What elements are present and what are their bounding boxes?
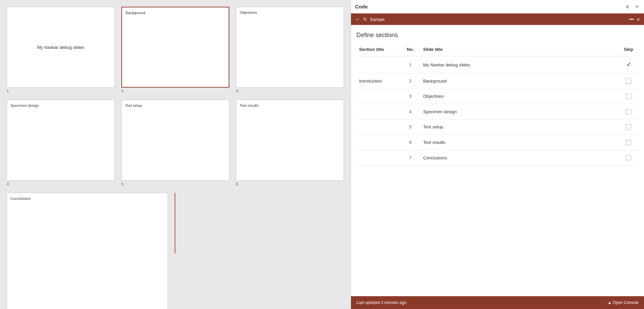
row-7-skip[interactable]: [618, 150, 639, 165]
open-console-button[interactable]: ▲ Open Console: [608, 300, 639, 305]
sections-table: Section title No. Slide title Skip 1 My …: [356, 44, 639, 165]
row-3-section: [356, 89, 400, 104]
slide-3-num: 3: [236, 89, 344, 93]
slide-6-num: 6: [236, 182, 344, 186]
row-6-slide-title: Test results: [420, 135, 618, 150]
collapse-panel-button[interactable]: ∨: [624, 3, 631, 10]
skip-checkbox-4[interactable]: [626, 109, 631, 115]
row-5-slide-title: Test setup: [420, 119, 618, 135]
col-header-no: No.: [400, 44, 420, 56]
row-1-slide-title: My Navbar debug slides: [420, 56, 618, 73]
slide-2-title: Background: [125, 11, 145, 15]
slide-7-title: Conclusions: [10, 196, 31, 200]
code-panel-footer: Last updated 3 minutes ago ▲ Open Consol…: [351, 296, 644, 309]
col-header-skip: Skip: [618, 44, 639, 56]
slide-thumb-6[interactable]: Test results: [236, 100, 344, 181]
row-2-skip[interactable]: [618, 73, 639, 89]
table-row: 4 Specimen design: [356, 104, 639, 120]
check-mark-icon: ✓: [626, 61, 631, 68]
slide-thumb-1[interactable]: My Navbar debug slides: [7, 7, 115, 88]
table-row: 7 Conclusions: [356, 150, 639, 165]
sample-bar: ← ↻ Sample ••• ∨: [351, 13, 644, 25]
slide-4-num: 4: [7, 182, 115, 186]
row-2-section: Introduction: [356, 73, 400, 89]
slide-col-4: Specimen design 4: [7, 100, 115, 186]
footer-status-text: Last updated 3 minutes ago: [356, 300, 406, 305]
slide-col-6: Test results 6: [236, 100, 344, 186]
slide-thumb-2[interactable]: Background: [121, 7, 229, 88]
row-3-skip[interactable]: [618, 89, 639, 104]
row-1-no: 1: [400, 56, 420, 73]
col-header-section-title: Section title: [356, 44, 400, 56]
slide-3-title: Objectives: [240, 10, 257, 14]
row-5-section: [356, 119, 400, 135]
slide-col-2: Background 2: [121, 7, 229, 93]
slide-col-5: Test setup 5: [121, 100, 229, 186]
slide-thumb-7[interactable]: Conclusions: [7, 193, 168, 309]
table-row: Introduction 2 Background: [356, 73, 639, 89]
row-4-section: [356, 104, 400, 120]
slide-thumb-4[interactable]: Specimen design: [7, 100, 115, 181]
code-panel-header-icons: ∨ ×: [624, 3, 640, 10]
skip-checkbox-7[interactable]: [626, 155, 631, 160]
skip-checkbox-5[interactable]: [626, 124, 631, 130]
table-row: 1 My Navbar debug slides ✓: [356, 56, 639, 73]
slide-col-empty: [183, 193, 344, 309]
more-options-button[interactable]: •••: [629, 17, 634, 22]
table-row: 6 Test results: [356, 135, 639, 150]
row-3-slide-title: Objectives: [420, 89, 618, 104]
row-1-skip: ✓: [618, 56, 639, 73]
red-section-divider: [175, 193, 175, 253]
slide-thumb-5[interactable]: Test setup: [121, 100, 229, 181]
code-panel-title: Code: [355, 4, 368, 9]
row-2-no: 2: [400, 73, 420, 89]
refresh-icon: ↻: [363, 17, 367, 22]
section-divider-col: [175, 193, 176, 309]
code-panel-header: Code ∨ ×: [351, 0, 644, 13]
slide-col-7: Conclusions 7: [7, 193, 168, 309]
code-panel: Code ∨ × ← ↻ Sample ••• ∨ Define section…: [351, 0, 644, 309]
row-5-skip[interactable]: [618, 119, 639, 135]
row-1-section: [356, 56, 400, 73]
slide-6-title: Test results: [240, 103, 259, 107]
slide-5-title: Test setup: [125, 103, 142, 107]
skip-checkbox-3[interactable]: [626, 94, 631, 99]
skip-checkbox-2[interactable]: [626, 79, 631, 84]
slide-1-title: My Navbar debug slides: [18, 45, 104, 50]
slide-thumb-3[interactable]: Objectives: [236, 7, 344, 88]
row-7-slide-title: Conclusions: [420, 150, 618, 165]
table-row: 3 Objectives: [356, 89, 639, 104]
slide-col-3: Objectives 3: [236, 7, 344, 93]
slide-1-num: 1: [7, 89, 115, 93]
slides-panel: My Navbar debug slides 1 Background 2 Ob…: [0, 0, 351, 309]
expand-button[interactable]: ∨: [637, 17, 640, 22]
row-4-skip[interactable]: [618, 104, 639, 120]
row-7-section: [356, 150, 400, 165]
row-6-no: 6: [400, 135, 420, 150]
define-sections-title: Define sections: [356, 32, 639, 39]
define-sections-content: Define sections Section title No. Slide …: [351, 25, 644, 296]
skip-checkbox-6[interactable]: [626, 140, 631, 145]
row-7-no: 7: [400, 150, 420, 165]
row-3-no: 3: [400, 89, 420, 104]
slide-2-num: 2: [121, 89, 229, 93]
row-4-slide-title: Specimen design: [420, 104, 618, 120]
row-2-slide-title: Background: [420, 73, 618, 89]
table-row: 5 Test setup: [356, 119, 639, 135]
row-6-section: [356, 135, 400, 150]
back-button[interactable]: ←: [355, 16, 360, 22]
slide-col-1: My Navbar debug slides 1: [7, 7, 115, 93]
row-4-no: 4: [400, 104, 420, 120]
col-header-slide-title: Slide title: [420, 44, 618, 56]
row-5-no: 5: [400, 119, 420, 135]
sample-label: Sample: [370, 17, 626, 22]
close-panel-button[interactable]: ×: [634, 3, 640, 10]
slide-5-num: 5: [121, 182, 229, 186]
row-6-skip[interactable]: [618, 135, 639, 150]
slide-4-title: Specimen design: [10, 103, 39, 107]
